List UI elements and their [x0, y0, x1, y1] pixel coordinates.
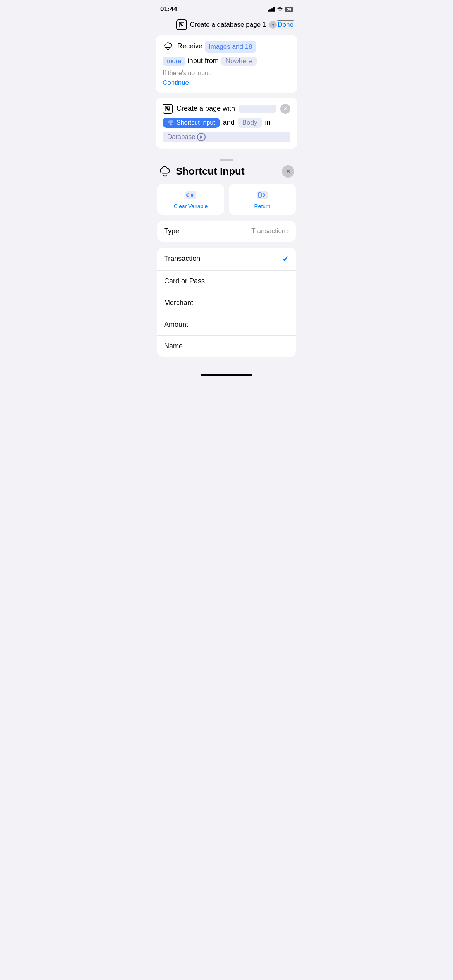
clear-variable-label: Clear Variable	[174, 203, 208, 209]
list-item-name[interactable]: Name	[157, 336, 296, 357]
receive-header: Receive Images and 18	[163, 41, 290, 53]
done-button[interactable]: Done	[277, 20, 294, 29]
nav-chevron-icon[interactable]: ▾	[269, 21, 277, 29]
nowhere-tag[interactable]: Nowhere	[221, 57, 257, 66]
body-tag[interactable]: Body	[238, 118, 262, 128]
sheet-drag-handle	[220, 159, 233, 161]
chevron-right-icon: ›	[287, 228, 289, 234]
database-label: Database	[167, 133, 196, 141]
database-row: Database ▶	[163, 132, 290, 142]
sheet-title-row: Shortcut Input	[159, 165, 245, 178]
action-buttons: Clear Variable Return	[157, 184, 296, 215]
database-arrow-icon: ▶	[197, 133, 206, 141]
main-content: Receive Images and 18 more input from No…	[151, 35, 302, 149]
sheet-handle-area	[151, 155, 302, 162]
sheet-close-button[interactable]: ✕	[282, 165, 294, 178]
bottom-sheet: Shortcut Input ✕ Clear Variable	[151, 155, 302, 371]
type-label: Type	[164, 227, 179, 235]
signal-icon	[268, 7, 275, 12]
receive-icon	[163, 41, 173, 52]
receive-row: more input from Nowhere	[163, 57, 290, 66]
type-row[interactable]: Type Transaction ›	[157, 221, 296, 242]
list-item-transaction[interactable]: Transaction ✓	[157, 248, 296, 271]
list-item-card-or-pass[interactable]: Card or Pass	[157, 271, 296, 292]
card-or-pass-label: Card or Pass	[164, 277, 205, 285]
if-no-input-text: If there's no input:	[163, 70, 290, 77]
images-highlight[interactable]: Images and 18	[205, 41, 256, 53]
status-bar: 01:44 36	[151, 0, 302, 16]
battery-icon: 36	[285, 7, 293, 12]
create-header: Create a page with ✕	[163, 104, 290, 114]
svg-rect-2	[185, 191, 196, 199]
close-button[interactable]: ✕	[280, 104, 290, 114]
more-highlight[interactable]: more	[163, 57, 185, 66]
clear-variable-icon	[185, 189, 197, 201]
in-text: in	[265, 118, 270, 127]
create-page-text: Create a page with	[177, 105, 235, 113]
clear-variable-button[interactable]: Clear Variable	[157, 184, 224, 215]
transaction-label: Transaction	[164, 255, 200, 263]
list-item-merchant[interactable]: Merchant	[157, 292, 296, 314]
status-time: 01:44	[160, 5, 177, 13]
and-text: and	[223, 118, 235, 127]
receive-card: Receive Images and 18 more input from No…	[156, 35, 297, 93]
type-value-container: Transaction ›	[251, 227, 289, 235]
nav-title-container: Create a database page 1 ▾	[176, 19, 277, 30]
receive-text: Receive	[177, 41, 202, 51]
input-from-text: input from	[188, 57, 219, 65]
notion-nav-icon	[176, 19, 187, 30]
list-item-amount[interactable]: Amount	[157, 314, 296, 336]
notion-create-icon	[163, 104, 173, 114]
create-page-card: Create a page with ✕ Shortcut Input and …	[156, 98, 297, 149]
type-value-text: Transaction	[251, 227, 285, 235]
return-button[interactable]: Return	[229, 184, 296, 215]
wifi-icon	[277, 6, 283, 12]
amount-label: Amount	[164, 320, 188, 329]
transaction-list: Transaction ✓ Card or Pass Merchant Amou…	[157, 248, 296, 357]
database-tag[interactable]: Database ▶	[163, 132, 290, 142]
sheet-shortcut-icon	[159, 165, 171, 178]
title-field[interactable]	[239, 105, 276, 113]
create-body-row: Shortcut Input and Body in	[163, 118, 290, 128]
return-icon	[257, 189, 268, 201]
status-icons: 36	[268, 6, 293, 12]
sheet-title: Shortcut Input	[176, 165, 245, 177]
nav-title: Create a database page 1	[190, 21, 266, 29]
name-label: Name	[164, 342, 183, 350]
home-pill	[201, 374, 252, 376]
shortcut-input-label: Shortcut Input	[177, 119, 215, 126]
home-indicator	[151, 371, 302, 378]
nav-bar: Create a database page 1 ▾ Done	[151, 16, 302, 35]
shortcut-input-tag[interactable]: Shortcut Input	[163, 118, 220, 128]
return-label: Return	[254, 203, 270, 209]
transaction-checkmark: ✓	[282, 254, 289, 264]
merchant-label: Merchant	[164, 299, 193, 307]
continue-button[interactable]: Continue	[163, 79, 189, 87]
sheet-header: Shortcut Input ✕	[151, 162, 302, 184]
